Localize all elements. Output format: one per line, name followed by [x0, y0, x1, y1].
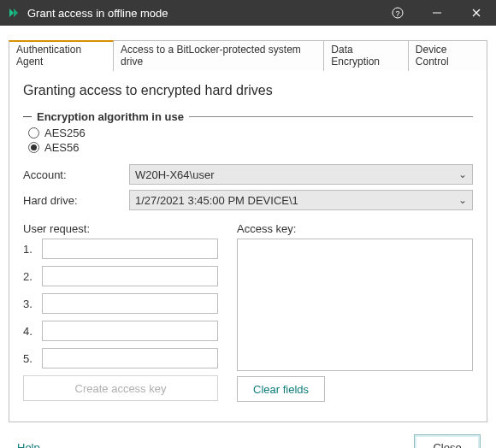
account-value: W20H-X64\user	[135, 168, 214, 181]
create-access-key-button[interactable]: Create access key	[23, 375, 218, 401]
tab-panel: Granting access to encrypted hard drives…	[9, 70, 487, 422]
tab-device-control[interactable]: Device Control	[408, 40, 487, 71]
content: Authentication Agent Access to a BitLock…	[0, 26, 496, 422]
account-label: Account:	[23, 168, 129, 181]
radio-icon	[28, 142, 39, 153]
account-dropdown[interactable]: W20H-X64\user ⌄	[129, 164, 473, 185]
chevron-down-icon: ⌄	[458, 168, 467, 180]
row-number: 3.	[23, 298, 35, 310]
hdd-dropdown[interactable]: 1/27/2021 3:45:00 PM DEVICE\1 ⌄	[129, 190, 473, 210]
divider	[189, 116, 473, 117]
window-title: Grant access in offline mode	[27, 7, 378, 20]
access-key-label: Access key:	[237, 222, 473, 235]
radio-icon	[28, 127, 39, 139]
user-request-input-1[interactable]	[42, 239, 218, 259]
row-number: 4.	[23, 325, 35, 338]
close-button[interactable]: Close	[414, 434, 481, 448]
user-request-input-5[interactable]	[42, 348, 218, 368]
hdd-label: Hard drive:	[23, 194, 129, 207]
user-request-input-2[interactable]	[42, 266, 218, 286]
help-link[interactable]: Help	[17, 441, 40, 449]
access-key-output[interactable]	[237, 239, 473, 371]
svg-text:?: ?	[395, 9, 399, 18]
access-key-column: Access key: Clear fields	[237, 222, 473, 402]
page-title: Granting access to encrypted hard drives	[23, 83, 473, 98]
tab-auth-agent[interactable]: Authentication Agent	[9, 40, 114, 71]
encryption-legend: Encryption algorithm in use	[37, 110, 184, 123]
user-request-label: User request:	[23, 222, 218, 235]
close-window-button[interactable]	[457, 0, 496, 26]
clear-fields-button[interactable]: Clear fields	[237, 376, 325, 402]
svg-marker-0	[9, 9, 14, 17]
user-request-column: User request: 1. 2. 3. 4. 5. Create acce…	[23, 222, 218, 402]
row-number: 2.	[23, 270, 35, 283]
divider	[23, 116, 32, 117]
radio-aes256[interactable]: AES256	[28, 127, 473, 139]
minimize-button[interactable]	[417, 0, 457, 26]
hdd-value: 1/27/2021 3:45:00 PM DEVICE\1	[135, 194, 298, 207]
tab-data-encryption[interactable]: Data Encryption	[323, 40, 409, 71]
tab-bitlocker[interactable]: Access to a BitLocker-protected system d…	[113, 40, 324, 71]
app-logo-icon	[7, 6, 21, 20]
titlebar: Grant access in offline mode ?	[0, 0, 496, 26]
tab-strip: Authentication Agent Access to a BitLock…	[9, 39, 487, 70]
footer: Help Close	[0, 422, 496, 448]
user-request-input-3[interactable]	[42, 293, 218, 314]
radio-aes56[interactable]: AES56	[28, 141, 473, 154]
radio-label: AES256	[44, 127, 86, 139]
chevron-down-icon: ⌄	[458, 194, 467, 206]
titlebar-help-button[interactable]: ?	[378, 0, 417, 26]
encryption-algorithm-group: Encryption algorithm in use AES256 AES56	[23, 110, 473, 154]
row-number: 1.	[23, 243, 35, 256]
user-request-input-4[interactable]	[42, 321, 218, 341]
svg-marker-1	[14, 9, 18, 17]
radio-label: AES56	[44, 141, 79, 154]
row-number: 5.	[23, 352, 35, 365]
